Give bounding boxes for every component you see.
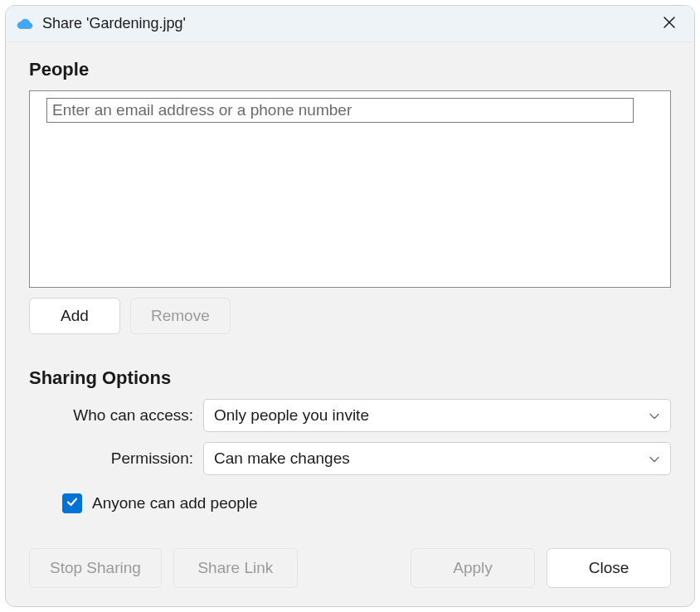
access-select[interactable]: Only people you invite (203, 399, 671, 432)
add-button[interactable]: Add (29, 298, 120, 334)
close-button[interactable] (653, 7, 686, 41)
footer-spacer (309, 548, 399, 588)
permission-select-value: Can make changes (214, 449, 350, 468)
people-list[interactable] (29, 90, 671, 288)
permission-label: Permission: (29, 449, 203, 468)
people-heading: People (29, 59, 671, 80)
permission-row: Permission: Can make changes (29, 442, 671, 475)
access-row: Who can access: Only people you invite (29, 399, 671, 432)
dialog-title: Share 'Gardening.jpg' (42, 15, 653, 32)
access-label: Who can access: (29, 406, 203, 425)
people-buttons: Add Remove (29, 298, 671, 334)
dialog-content: People Add Remove Sharing Options Who ca… (6, 42, 694, 533)
sharing-options-section: Sharing Options Who can access: Only peo… (29, 367, 671, 513)
stop-sharing-button[interactable]: Stop Sharing (29, 548, 162, 588)
anyone-checkbox[interactable] (62, 493, 82, 513)
apply-button[interactable]: Apply (411, 548, 535, 588)
close-icon (663, 16, 676, 32)
share-link-button[interactable]: Share Link (173, 548, 298, 588)
anyone-checkbox-label: Anyone can add people (92, 494, 258, 512)
access-select-wrap: Only people you invite (203, 399, 671, 432)
sharing-options-heading: Sharing Options (29, 367, 671, 389)
dialog-footer: Stop Sharing Share Link Apply Close (6, 533, 694, 606)
email-input[interactable] (46, 98, 634, 123)
close-dialog-button[interactable]: Close (547, 548, 671, 588)
cloud-icon (16, 15, 34, 33)
remove-button[interactable]: Remove (130, 298, 231, 334)
share-dialog: Share 'Gardening.jpg' People Add Remove … (5, 5, 695, 607)
permission-select-wrap: Can make changes (203, 442, 671, 475)
check-icon (66, 495, 79, 512)
permission-select[interactable]: Can make changes (203, 442, 671, 475)
titlebar: Share 'Gardening.jpg' (6, 6, 694, 42)
anyone-checkbox-row: Anyone can add people (62, 493, 671, 513)
access-select-value: Only people you invite (214, 406, 369, 425)
